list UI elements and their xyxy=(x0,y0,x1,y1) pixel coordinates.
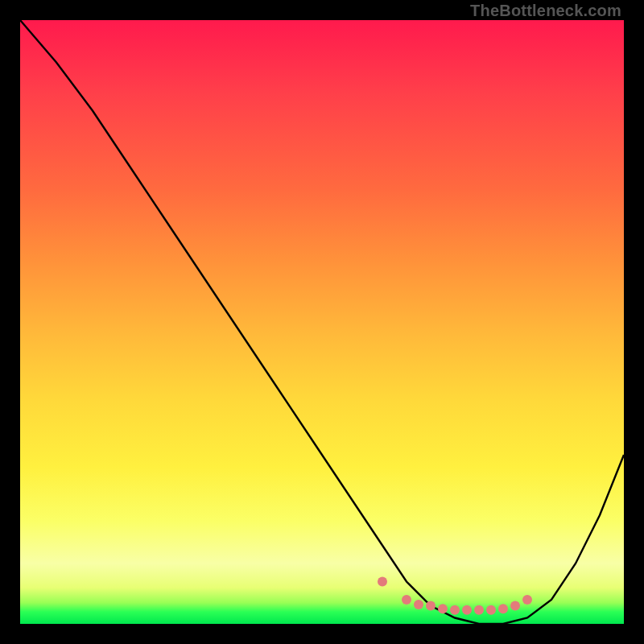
chart-gradient-background xyxy=(20,20,624,624)
attribution-text: TheBottleneck.com xyxy=(470,2,621,20)
chart-frame xyxy=(20,20,624,624)
